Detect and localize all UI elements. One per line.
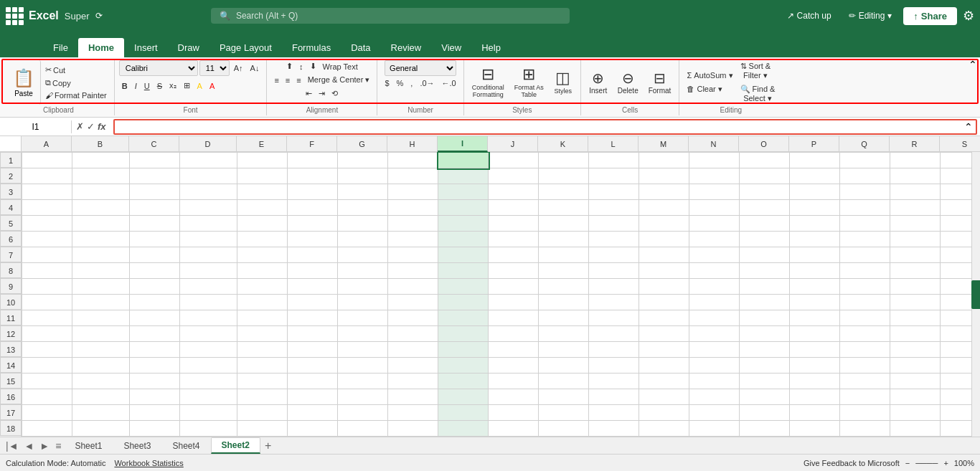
cell-J15[interactable]: [489, 374, 539, 389]
cut-button[interactable]: ✂ Cut: [42, 64, 110, 76]
cell-Q5[interactable]: [840, 216, 890, 232]
cell-I7[interactable]: [438, 247, 489, 263]
cell-A7[interactable]: [22, 247, 72, 263]
cell-N14[interactable]: [689, 358, 740, 374]
row-header-15[interactable]: 15: [0, 373, 22, 389]
cell-E18[interactable]: [237, 421, 288, 437]
cell-R11[interactable]: [890, 310, 941, 326]
cell-E13[interactable]: [237, 342, 288, 358]
row-header-7[interactable]: 7: [0, 247, 22, 262]
cell-Q18[interactable]: [840, 421, 890, 437]
cell-S14[interactable]: [941, 358, 972, 374]
cell-I13[interactable]: [438, 342, 489, 358]
cell-L17[interactable]: [589, 405, 639, 421]
cell-C13[interactable]: [130, 342, 180, 358]
cell-H12[interactable]: [388, 326, 438, 342]
fx-icon[interactable]: fx: [98, 121, 106, 132]
cell-B14[interactable]: [72, 358, 130, 374]
cell-I14[interactable]: [438, 358, 489, 374]
cell-P8[interactable]: [790, 263, 840, 279]
cell-D6[interactable]: [180, 232, 237, 247]
cell-D12[interactable]: [180, 326, 237, 342]
cell-J17[interactable]: [489, 405, 539, 421]
cell-H6[interactable]: [388, 232, 438, 247]
cell-G18[interactable]: [338, 421, 388, 437]
cell-C5[interactable]: [130, 216, 180, 232]
waffle-menu-icon[interactable]: [6, 7, 23, 24]
cell-K12[interactable]: [539, 326, 589, 342]
cell-I12[interactable]: [438, 326, 489, 342]
comma-button[interactable]: ,: [407, 77, 415, 89]
cell-M2[interactable]: [639, 168, 689, 184]
cell-Q3[interactable]: [840, 184, 890, 200]
cell-L14[interactable]: [589, 358, 639, 374]
cell-D4[interactable]: [180, 200, 237, 216]
cell-F4[interactable]: [288, 200, 338, 216]
cell-E15[interactable]: [237, 374, 288, 389]
cell-K18[interactable]: [539, 421, 589, 437]
row-header-1[interactable]: 1: [0, 152, 22, 168]
col-header-G[interactable]: G: [337, 136, 387, 152]
cell-R6[interactable]: [890, 232, 941, 247]
percent-button[interactable]: %: [394, 77, 407, 89]
cell-C9[interactable]: [130, 279, 180, 295]
grid-area[interactable]: [22, 152, 971, 437]
cell-G14[interactable]: [338, 358, 388, 374]
cell-S5[interactable]: [941, 216, 972, 232]
cell-D18[interactable]: [180, 421, 237, 437]
cell-B7[interactable]: [72, 247, 130, 263]
cell-H9[interactable]: [388, 279, 438, 295]
cell-P12[interactable]: [790, 326, 840, 342]
vertical-scrollbar[interactable]: [971, 152, 980, 437]
cell-R1[interactable]: [890, 153, 941, 168]
cell-J12[interactable]: [489, 326, 539, 342]
cell-A16[interactable]: [22, 389, 72, 405]
cell-S8[interactable]: [941, 263, 972, 279]
cell-F7[interactable]: [288, 247, 338, 263]
cell-N18[interactable]: [689, 421, 740, 437]
cell-H4[interactable]: [388, 200, 438, 216]
cell-H13[interactable]: [388, 342, 438, 358]
cell-F16[interactable]: [288, 389, 338, 405]
cell-I8[interactable]: [438, 263, 489, 279]
cell-A5[interactable]: [22, 216, 72, 232]
sheet-nav-first[interactable]: |◄: [3, 440, 22, 452]
cell-R10[interactable]: [890, 295, 941, 310]
cell-M10[interactable]: [639, 295, 689, 310]
cell-P6[interactable]: [790, 232, 840, 247]
tab-help[interactable]: Help: [471, 38, 511, 57]
cell-A9[interactable]: [22, 279, 72, 295]
cell-K11[interactable]: [539, 310, 589, 326]
cell-M4[interactable]: [639, 200, 689, 216]
cell-B5[interactable]: [72, 216, 130, 232]
cell-G11[interactable]: [338, 310, 388, 326]
cell-G1[interactable]: [338, 153, 388, 168]
cell-D9[interactable]: [180, 279, 237, 295]
row-header-10[interactable]: 10: [0, 294, 22, 310]
cell-O14[interactable]: [740, 358, 790, 374]
cell-G9[interactable]: [338, 279, 388, 295]
cell-R18[interactable]: [890, 421, 941, 437]
cell-Q12[interactable]: [840, 326, 890, 342]
tab-review[interactable]: Review: [381, 38, 432, 57]
tab-formulas[interactable]: Formulas: [282, 38, 341, 57]
cell-R4[interactable]: [890, 200, 941, 216]
cell-D11[interactable]: [180, 310, 237, 326]
cell-D2[interactable]: [180, 168, 237, 184]
paste-button[interactable]: 📋 Paste: [7, 60, 41, 105]
cell-B16[interactable]: [72, 389, 130, 405]
cell-I9[interactable]: [438, 279, 489, 295]
cell-O1[interactable]: [740, 153, 790, 168]
align-bottom-button[interactable]: ⬇: [307, 60, 319, 72]
cell-M13[interactable]: [639, 342, 689, 358]
cell-G7[interactable]: [338, 247, 388, 263]
cell-Q14[interactable]: [840, 358, 890, 374]
cell-S2[interactable]: [941, 168, 972, 184]
cell-B9[interactable]: [72, 279, 130, 295]
cell-C14[interactable]: [130, 358, 180, 374]
cell-B13[interactable]: [72, 342, 130, 358]
cell-M3[interactable]: [639, 184, 689, 200]
cell-C7[interactable]: [130, 247, 180, 263]
cell-A12[interactable]: [22, 326, 72, 342]
cell-P13[interactable]: [790, 342, 840, 358]
